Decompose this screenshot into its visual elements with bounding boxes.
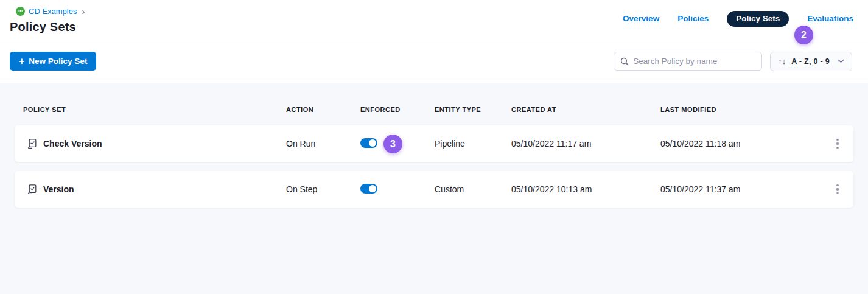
created-at-value: 05/10/2022 11:17 am xyxy=(511,139,660,149)
col-header-last-modified: LAST MODIFIED xyxy=(660,106,822,113)
search-input[interactable] xyxy=(633,57,755,66)
cd-module-icon: ∞ xyxy=(16,7,25,16)
policy-set-name: Version xyxy=(43,184,74,194)
page-header: ∞ CD Examples › Policy Sets Overview Pol… xyxy=(0,0,868,40)
policy-set-icon xyxy=(27,138,38,149)
sort-arrows-icon: ↑↓ xyxy=(778,57,786,65)
tab-overview[interactable]: Overview xyxy=(623,11,659,27)
tab-policies[interactable]: Policies xyxy=(677,11,709,27)
last-modified-value: 05/10/2022 11:18 am xyxy=(660,139,822,149)
page-title: Policy Sets xyxy=(10,20,85,34)
sort-dropdown-value: A - Z, 0 - 9 xyxy=(791,57,830,66)
policy-set-name: Check Version xyxy=(43,139,102,149)
new-policy-set-button[interactable]: + New Policy Set xyxy=(10,52,96,71)
breadcrumb: ∞ CD Examples › xyxy=(16,5,85,16)
search-icon xyxy=(620,57,629,66)
entity-type-value: Pipeline xyxy=(435,139,511,149)
table-header-row: POLICY SET ACTION ENFORCED ENTITY TYPE C… xyxy=(15,83,853,113)
annotation-step-badge-3: 3 xyxy=(383,135,402,153)
kebab-menu-icon[interactable] xyxy=(833,135,842,153)
toolbar: + New Policy Set ↑↓ A - Z, 0 - 9 xyxy=(0,41,868,82)
annotation-step-badge-2: 2 xyxy=(794,26,813,44)
table-body: Check Version On Run Pipeline 05/10/2022… xyxy=(15,125,853,208)
table-row[interactable]: Version On Step Custom 05/10/2022 10:13 … xyxy=(15,171,853,208)
enforced-toggle[interactable] xyxy=(360,184,377,194)
tab-policy-sets[interactable]: Policy Sets xyxy=(727,11,789,27)
policy-sets-table: POLICY SET ACTION ENFORCED ENTITY TYPE C… xyxy=(0,83,868,294)
entity-type-value: Custom xyxy=(435,184,511,194)
col-header-entity-type: ENTITY TYPE xyxy=(435,106,511,113)
top-navigation: Overview Policies Policy Sets Evaluation… xyxy=(623,0,868,27)
action-value: On Run xyxy=(286,139,360,149)
chevron-down-icon xyxy=(838,59,844,63)
action-value: On Step xyxy=(286,184,360,194)
created-at-value: 05/10/2022 10:13 am xyxy=(511,184,660,194)
col-header-enforced: ENFORCED xyxy=(360,106,435,113)
new-policy-set-button-label: New Policy Set xyxy=(29,57,87,66)
table-row[interactable]: Check Version On Run Pipeline 05/10/2022… xyxy=(15,125,853,162)
breadcrumb-project-link[interactable]: CD Examples xyxy=(29,7,77,16)
search-box xyxy=(614,52,762,71)
kebab-menu-icon[interactable] xyxy=(833,181,842,198)
col-header-policy-set: POLICY SET xyxy=(15,106,286,113)
tab-evaluations[interactable]: Evaluations xyxy=(807,11,853,27)
policy-set-icon xyxy=(27,184,38,195)
sort-dropdown[interactable]: ↑↓ A - Z, 0 - 9 xyxy=(770,52,852,71)
col-header-created-at: CREATED AT xyxy=(511,106,660,113)
enforced-toggle[interactable] xyxy=(360,138,377,148)
breadcrumb-chevron-icon: › xyxy=(82,7,85,16)
last-modified-value: 05/10/2022 11:37 am xyxy=(660,184,822,194)
col-header-action: ACTION xyxy=(286,106,360,113)
plus-icon: + xyxy=(19,57,24,66)
